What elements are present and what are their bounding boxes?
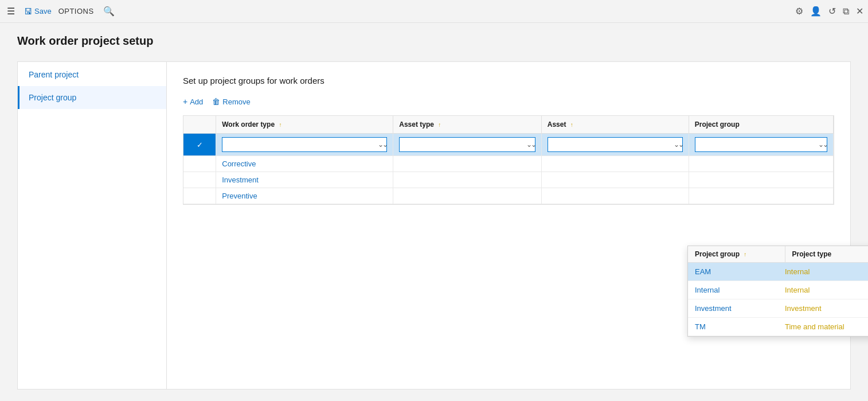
popup-col-project-group[interactable]: Project group ↑ bbox=[688, 246, 785, 262]
data-table: Work order type ↑ Asset type ↑ Asset ↑ bbox=[183, 115, 834, 205]
col-label: Asset type bbox=[399, 120, 434, 129]
popup-item-name: TM bbox=[695, 322, 785, 331]
add-button[interactable]: + Add bbox=[183, 97, 203, 106]
restore-icon[interactable]: ⧉ bbox=[843, 6, 849, 17]
popup-item-name: Investment bbox=[695, 304, 785, 313]
settings-icon[interactable]: ⚙ bbox=[795, 6, 803, 17]
add-label: Add bbox=[190, 98, 203, 106]
search-icon[interactable]: 🔍 bbox=[103, 6, 115, 17]
col-check bbox=[183, 116, 216, 134]
asset-type-cell bbox=[393, 172, 542, 188]
col-asset-type[interactable]: Asset type ↑ bbox=[393, 116, 542, 134]
sort-icon: ↑ bbox=[744, 251, 746, 258]
popup-item-internal[interactable]: Internal Internal bbox=[688, 281, 868, 299]
refresh-icon[interactable]: ↺ bbox=[828, 6, 836, 17]
asset-cell bbox=[541, 156, 689, 172]
page-title: Work order project setup bbox=[17, 34, 851, 48]
remove-label: Remove bbox=[222, 98, 250, 106]
content-title: Set up project groups for work orders bbox=[183, 76, 834, 85]
asset-cell bbox=[541, 172, 689, 188]
col-project-group: Project group bbox=[689, 116, 833, 134]
popup-header: Project group ↑ Project type bbox=[688, 246, 868, 263]
row-value: Preventive bbox=[222, 192, 257, 200]
table-header-row: Work order type ↑ Asset type ↑ Asset ↑ bbox=[183, 116, 834, 134]
chevron-down-icon: ⌄ bbox=[526, 141, 532, 149]
table-row[interactable]: ✓ ⌄ ⌄ bbox=[183, 134, 834, 156]
asset-type-cell[interactable]: ⌄ bbox=[393, 134, 542, 156]
popup-item-investment[interactable]: Investment Investment bbox=[688, 299, 868, 318]
sort-icon: ↑ bbox=[570, 122, 573, 128]
asset-type-cell bbox=[393, 188, 542, 204]
table-row[interactable]: Preventive bbox=[183, 188, 834, 204]
work-order-type-cell: Preventive bbox=[216, 188, 393, 204]
sidebar-item-label: Project group bbox=[29, 93, 76, 102]
chevron-down-icon: ⌄ bbox=[818, 141, 824, 149]
col-label: Work order type bbox=[222, 120, 275, 129]
content-area: Set up project groups for work orders + … bbox=[166, 61, 851, 390]
col-work-order-type[interactable]: Work order type ↑ bbox=[216, 116, 393, 134]
row-check-cell bbox=[183, 156, 216, 172]
project-group-cell bbox=[689, 172, 833, 188]
hamburger-icon[interactable]: ☰ bbox=[5, 3, 17, 19]
col-label: Project group bbox=[695, 120, 740, 129]
work-order-type-cell[interactable]: ⌄ bbox=[216, 134, 393, 156]
asset-cell[interactable]: ⌄ bbox=[541, 134, 689, 156]
row-check-cell: ✓ bbox=[183, 134, 216, 156]
col-label: Asset bbox=[548, 120, 566, 129]
project-group-dropdown-popup: Project group ↑ Project type EAM Interna… bbox=[687, 246, 868, 337]
table-row[interactable]: Corrective bbox=[183, 156, 834, 172]
sidebar-item-label: Parent project bbox=[29, 70, 79, 79]
options-button[interactable]: OPTIONS bbox=[58, 7, 94, 15]
popup-item-eam[interactable]: EAM Internal bbox=[688, 263, 868, 281]
titlebar-left: ☰ 🖫 Save OPTIONS 🔍 bbox=[5, 3, 795, 19]
project-group-table: Work order type ↑ Asset type ↑ Asset ↑ bbox=[183, 116, 834, 204]
sidebar-item-parent-project[interactable]: Parent project bbox=[18, 62, 166, 86]
popup-item-type: Time and material bbox=[785, 322, 868, 331]
col-asset[interactable]: Asset ↑ bbox=[541, 116, 689, 134]
popup-item-type: Internal bbox=[785, 267, 868, 276]
page: Work order project setup Parent project … bbox=[0, 23, 868, 401]
close-icon[interactable]: ✕ bbox=[856, 6, 863, 17]
asset-type-cell bbox=[393, 156, 542, 172]
popup-item-name: Internal bbox=[695, 286, 785, 294]
titlebar-right: ⚙ 👤 ↺ ⧉ ✕ bbox=[795, 6, 863, 17]
project-group-cell bbox=[689, 156, 833, 172]
sort-icon: ↑ bbox=[438, 122, 441, 128]
chevron-down-icon: ⌄ bbox=[674, 141, 679, 149]
popup-col-project-type: Project type bbox=[785, 246, 869, 262]
save-button[interactable]: 🖫 Save bbox=[24, 7, 52, 16]
sort-icon: ↑ bbox=[279, 122, 281, 128]
col-label: Project type bbox=[792, 250, 832, 258]
project-group-cell bbox=[689, 188, 833, 204]
toolbar: + Add 🗑 Remove bbox=[183, 97, 834, 106]
col-label: Project group bbox=[695, 250, 740, 258]
work-order-type-cell: Investment bbox=[216, 172, 393, 188]
sidebar-item-project-group[interactable]: Project group bbox=[18, 86, 166, 109]
save-icon: 🖫 bbox=[24, 7, 32, 16]
remove-icon: 🗑 bbox=[212, 97, 220, 106]
titlebar: ☰ 🖫 Save OPTIONS 🔍 ⚙ 👤 ↺ ⧉ ✕ bbox=[0, 0, 868, 23]
save-label: Save bbox=[34, 7, 52, 15]
work-order-type-cell: Corrective bbox=[216, 156, 393, 172]
row-check-cell bbox=[183, 188, 216, 204]
user-icon[interactable]: 👤 bbox=[810, 6, 822, 17]
popup-item-name: EAM bbox=[695, 267, 785, 276]
remove-button[interactable]: 🗑 Remove bbox=[212, 97, 250, 106]
popup-item-tm[interactable]: TM Time and material bbox=[688, 318, 868, 336]
table-row[interactable]: Investment bbox=[183, 172, 834, 188]
popup-item-type: Investment bbox=[785, 304, 868, 313]
add-icon: + bbox=[183, 97, 187, 106]
row-value: Corrective bbox=[222, 159, 256, 168]
checkmark-icon: ✓ bbox=[197, 141, 203, 149]
row-check-cell bbox=[183, 172, 216, 188]
popup-item-type: Internal bbox=[785, 286, 868, 294]
row-value: Investment bbox=[222, 176, 259, 184]
project-group-cell[interactable]: ⌄ bbox=[689, 134, 833, 156]
main-layout: Parent project Project group Set up proj… bbox=[17, 61, 851, 390]
sidebar: Parent project Project group bbox=[17, 61, 166, 390]
chevron-down-icon: ⌄ bbox=[378, 141, 384, 149]
asset-cell bbox=[541, 188, 689, 204]
